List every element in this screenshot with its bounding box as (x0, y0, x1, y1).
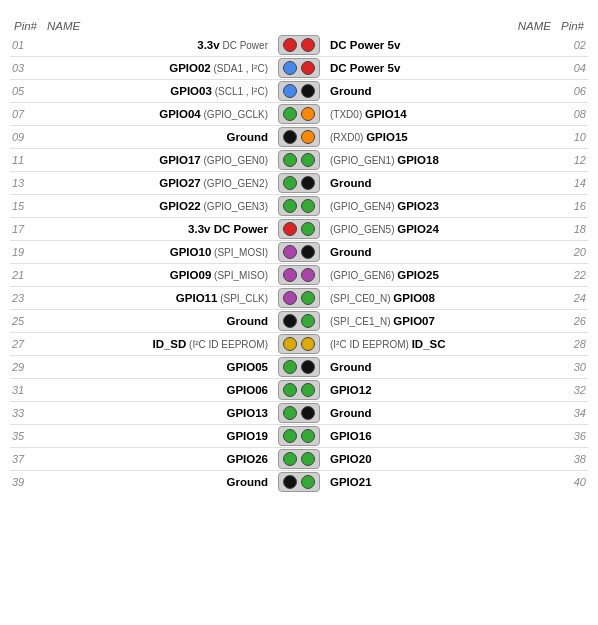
pin-number-left: 25 (10, 310, 41, 333)
pin-name-right: Ground (326, 356, 557, 379)
table-row: 25Ground(SPI_CE1_N) GPIO0726 (10, 310, 588, 333)
pin-number-right: 24 (557, 287, 588, 310)
pin-circle-left (283, 360, 297, 374)
pin-number-left: 29 (10, 356, 41, 379)
pin-number-right: 18 (557, 218, 588, 241)
table-row: 27ID_SD (I²C ID EEPROM)(I²C ID EEPROM) I… (10, 333, 588, 356)
table-row: 39GroundGPIO2140 (10, 471, 588, 494)
connector-pins (272, 80, 326, 103)
connector-pins (272, 126, 326, 149)
pin-number-right: 30 (557, 356, 588, 379)
pin-circle-left (283, 222, 297, 236)
connector-pins (272, 172, 326, 195)
table-row: 19GPIO10 (SPI_MOSI)Ground20 (10, 241, 588, 264)
table-row: 13GPIO27 (GPIO_GEN2)Ground14 (10, 172, 588, 195)
pin-circle-right (301, 268, 315, 282)
pin-circle-right (301, 452, 315, 466)
pin-number-left: 11 (10, 149, 41, 172)
pin-name-left: GPIO02 (SDA1 , I²C) (41, 57, 272, 80)
pin-number-left: 27 (10, 333, 41, 356)
pin-number-right: 10 (557, 126, 588, 149)
connector-pins (272, 402, 326, 425)
pin-name-right: Ground (326, 172, 557, 195)
connector-pins (272, 448, 326, 471)
pin-number-left: 09 (10, 126, 41, 149)
pin-circle-left (283, 245, 297, 259)
connector-pins (272, 34, 326, 57)
pin-number-right: 08 (557, 103, 588, 126)
table-row: 37GPIO26GPIO2038 (10, 448, 588, 471)
pin-number-right: 02 (557, 34, 588, 57)
pin-number-left: 35 (10, 425, 41, 448)
table-row: 11GPIO17 (GPIO_GEN0)(GPIO_GEN1) GPIO1812 (10, 149, 588, 172)
pin-number-right: 40 (557, 471, 588, 494)
pin-circle-right (301, 314, 315, 328)
connector-pins (272, 333, 326, 356)
pin-name-left: ID_SD (I²C ID EEPROM) (41, 333, 272, 356)
pin-number-right: 04 (557, 57, 588, 80)
header-pin-right: Pin# (557, 18, 588, 34)
pin-name-right: DC Power 5v (326, 57, 557, 80)
table-row: 35GPIO19GPIO1636 (10, 425, 588, 448)
pin-number-right: 06 (557, 80, 588, 103)
pin-number-left: 05 (10, 80, 41, 103)
connector-pins (272, 57, 326, 80)
pin-name-left: Ground (41, 126, 272, 149)
connector-pins (272, 241, 326, 264)
pin-name-left: GPIO09 (SPI_MISO) (41, 264, 272, 287)
pin-name-left: GPIO27 (GPIO_GEN2) (41, 172, 272, 195)
connector-pins (272, 356, 326, 379)
table-row: 09Ground(RXD0) GPIO1510 (10, 126, 588, 149)
pin-circle-left (283, 176, 297, 190)
pin-name-left: GPIO11 (SPI_CLK) (41, 287, 272, 310)
pin-circle-left (283, 337, 297, 351)
pin-number-left: 13 (10, 172, 41, 195)
pin-name-left: GPIO10 (SPI_MOSI) (41, 241, 272, 264)
pin-circle-left (283, 61, 297, 75)
pin-circle-right (301, 38, 315, 52)
pin-circle-left (283, 314, 297, 328)
header-name-left: NAME (41, 18, 272, 34)
pin-circle-right (301, 107, 315, 121)
pin-name-left: Ground (41, 471, 272, 494)
pin-circle-left (283, 406, 297, 420)
pin-circle-left (283, 107, 297, 121)
pin-name-left: 3.3v DC Power (41, 34, 272, 57)
pin-name-right: (RXD0) GPIO15 (326, 126, 557, 149)
pin-circle-left (283, 199, 297, 213)
pin-name-left: GPIO06 (41, 379, 272, 402)
pin-number-right: 20 (557, 241, 588, 264)
pin-name-right: (GPIO_GEN5) GPIO24 (326, 218, 557, 241)
pin-circle-right (301, 291, 315, 305)
pin-number-right: 32 (557, 379, 588, 402)
pin-name-right: GPIO20 (326, 448, 557, 471)
pin-name-right: (SPI_CE1_N) GPIO07 (326, 310, 557, 333)
table-row: 29GPIO05Ground30 (10, 356, 588, 379)
pin-number-left: 39 (10, 471, 41, 494)
table-row: 21GPIO09 (SPI_MISO)(GPIO_GEN6) GPIO2522 (10, 264, 588, 287)
pin-number-right: 12 (557, 149, 588, 172)
pin-circle-right (301, 406, 315, 420)
connector-pins (272, 264, 326, 287)
pin-circle-right (301, 337, 315, 351)
pin-number-right: 16 (557, 195, 588, 218)
pin-number-right: 34 (557, 402, 588, 425)
table-row: 173.3v DC Power(GPIO_GEN5) GPIO2418 (10, 218, 588, 241)
pin-number-left: 23 (10, 287, 41, 310)
pin-circle-right (301, 84, 315, 98)
table-row: 15GPIO22 (GPIO_GEN3)(GPIO_GEN4) GPIO2316 (10, 195, 588, 218)
connector-pins (272, 149, 326, 172)
table-row: 33GPIO13Ground34 (10, 402, 588, 425)
pin-number-left: 07 (10, 103, 41, 126)
pin-name-left: GPIO17 (GPIO_GEN0) (41, 149, 272, 172)
pin-number-right: 38 (557, 448, 588, 471)
pin-number-right: 14 (557, 172, 588, 195)
pin-circle-right (301, 360, 315, 374)
pin-circle-left (283, 383, 297, 397)
pin-name-right: GPIO16 (326, 425, 557, 448)
pin-circle-right (301, 199, 315, 213)
pin-circle-left (283, 268, 297, 282)
header-pin-left: Pin# (10, 18, 41, 34)
connector-pins (272, 425, 326, 448)
pin-name-left: GPIO13 (41, 402, 272, 425)
